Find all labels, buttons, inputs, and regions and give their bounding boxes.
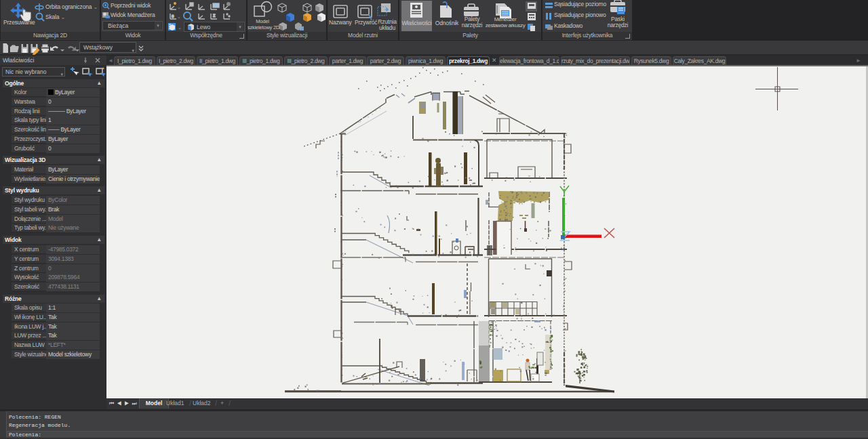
svg-text:z: z bbox=[213, 13, 216, 18]
svg-text:s: s bbox=[172, 14, 174, 18]
svg-text:⌄: ⌄ bbox=[177, 5, 181, 9]
svg-text:⌄: ⌄ bbox=[178, 25, 182, 30]
svg-text:⌄: ⌄ bbox=[177, 14, 181, 19]
